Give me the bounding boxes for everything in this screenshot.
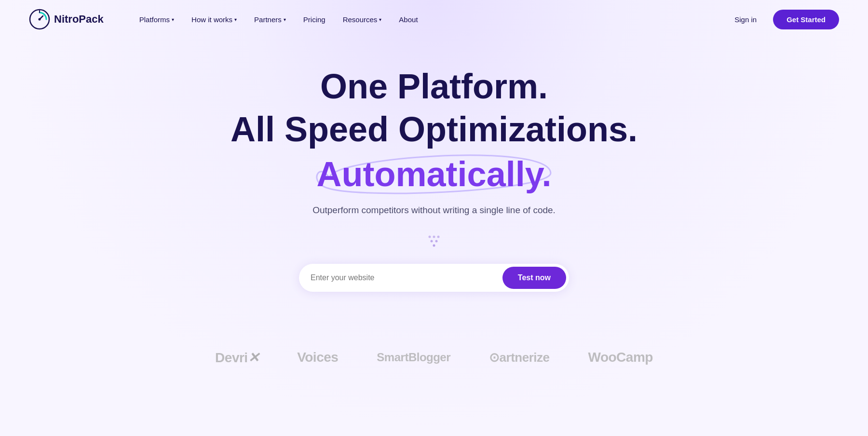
nav-item-resources[interactable]: Resources ▾: [336, 12, 389, 27]
chevron-down-icon: ▾: [284, 17, 286, 22]
logos-bar: Devri✕ Voices SmartBlogger ⊙artnerize Wo…: [0, 340, 868, 375]
hero-section: One Platform. All Speed Optimizations. A…: [0, 39, 868, 340]
nav-item-pricing[interactable]: Pricing: [297, 12, 332, 27]
hero-line2: All Speed Optimizations.: [231, 110, 637, 149]
chevron-down-icon: ▾: [379, 17, 381, 22]
get-started-button[interactable]: Get Started: [773, 10, 839, 29]
test-now-button[interactable]: Test now: [502, 267, 566, 289]
website-input[interactable]: [311, 273, 502, 282]
dots-chevron: [424, 235, 444, 252]
svg-point-2: [39, 18, 41, 21]
nav-right: Sign in Get Started: [728, 10, 839, 29]
chevron-down-icon: ▾: [172, 17, 174, 22]
logo-link[interactable]: NitroPack: [29, 9, 104, 30]
nav-item-how-it-works[interactable]: How it works ▾: [185, 12, 244, 27]
logo-icon: [29, 9, 50, 30]
svg-point-7: [431, 240, 433, 242]
partner-logo-woocamp: WooCamp: [588, 350, 652, 365]
partner-logo-devrix: Devri✕: [215, 350, 258, 366]
search-bar: Test now: [299, 264, 569, 292]
nav-links: Platforms ▾ How it works ▾ Partners ▾ Pr…: [133, 12, 728, 27]
nav-item-platforms[interactable]: Platforms ▾: [133, 12, 181, 27]
svg-point-4: [429, 235, 431, 238]
svg-point-9: [433, 244, 435, 246]
page-wrapper: NitroPack Platforms ▾ How it works ▾ Par…: [0, 0, 868, 436]
partner-logo-partnerize: ⊙artnerize: [489, 350, 549, 365]
hero-auto-wrapper: Automatically.: [317, 153, 552, 195]
nav-item-about[interactable]: About: [392, 12, 424, 27]
nav-item-partners[interactable]: Partners ▾: [247, 12, 293, 27]
hero-line1: One Platform.: [320, 68, 548, 106]
partner-logo-smartblogger: SmartBlogger: [377, 351, 450, 364]
hero-line3: Automatically.: [317, 153, 552, 195]
logo-text: NitroPack: [54, 13, 104, 26]
svg-point-6: [437, 235, 440, 238]
hero-subtext: Outperform competitors without writing a…: [312, 205, 556, 216]
svg-point-5: [433, 235, 435, 238]
sign-in-button[interactable]: Sign in: [728, 12, 763, 27]
chevron-down-icon: ▾: [234, 17, 237, 22]
navbar: NitroPack Platforms ▾ How it works ▾ Par…: [0, 0, 868, 39]
partner-logo-voices: Voices: [297, 350, 338, 365]
svg-point-8: [435, 240, 438, 242]
